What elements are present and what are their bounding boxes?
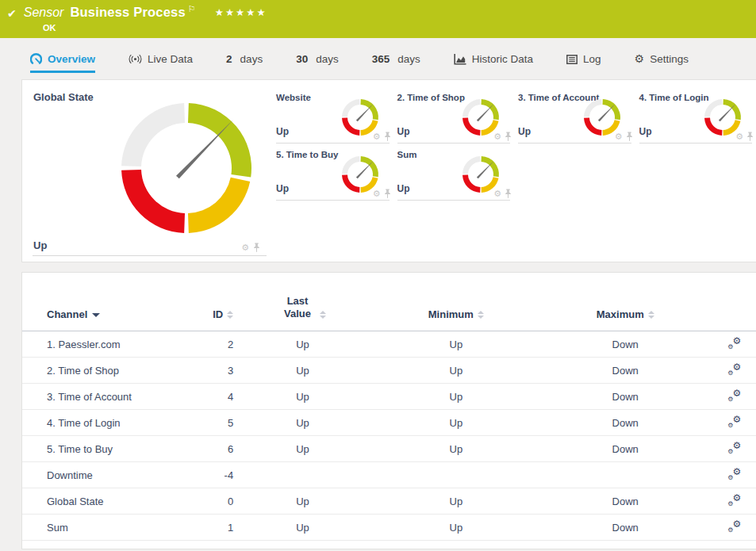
channel-maximum: Down: [542, 436, 709, 462]
sort-icon: [478, 311, 484, 319]
gauge-widget-title: Global State: [33, 91, 94, 103]
column-header-maximum[interactable]: Maximum: [542, 273, 709, 331]
gauges-panel: Global State Up ⚙ Website Up ⚙ 2. Time o…: [21, 79, 756, 262]
column-header-id[interactable]: ID: [186, 273, 235, 331]
tab-log[interactable]: Settings Log: [566, 53, 601, 73]
channel-maximum: Down: [542, 515, 709, 541]
channels-table: Channel ID Last Value Minimum Maximum 1.…: [22, 273, 756, 541]
column-label: Channel: [47, 308, 87, 320]
gear-icon[interactable]: ⚙: [241, 243, 249, 252]
column-label: Last Value: [279, 295, 316, 320]
gauge-status-value: Up: [276, 126, 289, 137]
gear-icon[interactable]: ⚙: [493, 189, 501, 198]
column-header-minimum[interactable]: Minimum: [370, 273, 542, 331]
channel-minimum: [370, 462, 542, 488]
tab-live-data[interactable]: Live Data: [129, 53, 193, 73]
channel-settings-icon[interactable]: ⚙⚙: [727, 415, 741, 428]
tab-overview[interactable]: Overview: [30, 53, 95, 73]
channel-minimum: Up: [370, 436, 542, 462]
channel-maximum: Down: [542, 331, 709, 358]
gauge-status-value: Up: [397, 126, 410, 137]
status-badge: OK: [43, 23, 756, 33]
channel-name[interactable]: Downtime: [22, 462, 186, 488]
channel-minimum: Up: [370, 331, 542, 358]
ok-check-icon: ✔: [7, 7, 17, 20]
pin-icon[interactable]: [746, 132, 754, 141]
channel-name[interactable]: 1. Paessler.com: [22, 331, 186, 358]
tab-30-days[interactable]: 30 days: [296, 53, 339, 73]
table-row[interactable]: 1. Paessler.com 2 Up Up Down ⚙⚙: [22, 331, 756, 358]
gear-icon[interactable]: ⚙: [735, 132, 743, 141]
channel-name[interactable]: Global State: [22, 488, 186, 515]
column-header-last-value[interactable]: Last Value: [235, 273, 370, 331]
channel-id: 2: [186, 331, 235, 358]
tab-strip: Overview Live Data 2 days 30 days 365 da…: [0, 38, 756, 73]
channel-minimum: Up: [370, 410, 542, 436]
tab-historic-data[interactable]: Historic Data: [454, 53, 533, 73]
global-state-gauge: [119, 101, 254, 239]
pin-icon[interactable]: [505, 132, 512, 141]
table-row[interactable]: Sum 1 Up Up Down ⚙⚙: [22, 515, 756, 541]
channel-settings-icon[interactable]: ⚙⚙: [727, 468, 741, 480]
channel-name[interactable]: 2. Time of Shop: [22, 358, 186, 384]
gear-icon[interactable]: ⚙: [615, 132, 623, 141]
flag-icon[interactable]: ⚐: [188, 4, 196, 14]
column-header-channel[interactable]: Channel: [22, 273, 186, 331]
channel-settings-icon[interactable]: ⚙⚙: [727, 520, 741, 533]
channel-last-value: Up: [235, 331, 370, 358]
gear-icon[interactable]: ⚙: [373, 132, 381, 141]
channel-settings-icon[interactable]: ⚙⚙: [727, 442, 741, 454]
tab-label: days: [397, 53, 420, 65]
table-row[interactable]: 5. Time to Buy 6 Up Up Down ⚙⚙: [22, 436, 756, 462]
gear-icon[interactable]: ⚙: [493, 132, 501, 141]
gauge-widget-5-time-to-buy: 5. Time to Buy Up ⚙: [276, 143, 390, 201]
table-row[interactable]: 4. Time of Login 5 Up Up Down ⚙⚙: [22, 410, 756, 436]
priority-stars[interactable]: ★★★★★: [215, 6, 267, 18]
tab-number: 365: [372, 53, 390, 65]
channel-name[interactable]: 4. Time of Login: [22, 410, 186, 436]
tab-2-days[interactable]: 2 days: [226, 53, 263, 73]
column-label: Maximum: [597, 308, 644, 320]
log-icon: [566, 55, 578, 64]
sensor-title: Business Process: [70, 5, 185, 20]
tab-label: Live Data: [148, 53, 193, 65]
table-row[interactable]: 2. Time of Shop 3 Up Up Down ⚙⚙: [22, 358, 756, 384]
pin-icon[interactable]: [384, 132, 391, 141]
pin-icon[interactable]: [626, 132, 633, 141]
pin-icon[interactable]: [253, 243, 260, 252]
column-label: ID: [213, 308, 223, 320]
historic-chart-icon: [454, 54, 466, 65]
channel-name[interactable]: Sum: [22, 515, 186, 541]
channel-maximum: [542, 462, 709, 488]
gauge-status-value: Up: [397, 183, 410, 194]
gear-icon[interactable]: ⚙: [373, 189, 381, 198]
column-label: Minimum: [428, 308, 474, 320]
column-header-settings: [709, 273, 756, 331]
channel-settings-icon[interactable]: ⚙⚙: [727, 363, 741, 376]
gauge-icon: [30, 53, 42, 65]
gauge-widget-3-time-of-account: 3. Time of Account Up ⚙: [518, 86, 631, 143]
table-row[interactable]: Downtime -4 ⚙⚙: [22, 462, 756, 488]
channel-minimum: Up: [370, 384, 542, 410]
tab-settings[interactable]: ⚙ Settings: [635, 52, 689, 73]
tab-label: days: [316, 53, 339, 65]
pin-icon[interactable]: [384, 189, 391, 198]
channel-name[interactable]: 3. Time of Account: [22, 384, 186, 410]
table-row[interactable]: Global State 0 Up Up Down ⚙⚙: [22, 488, 756, 515]
channel-name[interactable]: 5. Time to Buy: [22, 436, 186, 462]
channel-id: -4: [186, 462, 235, 488]
pin-icon[interactable]: [505, 189, 512, 198]
channel-last-value: Up: [235, 488, 370, 515]
gauge-widget-sum: Sum Up ⚙: [397, 143, 511, 201]
sort-desc-icon: [92, 313, 100, 317]
channel-id: 1: [186, 515, 235, 541]
channel-last-value: [235, 462, 370, 488]
channel-settings-icon[interactable]: ⚙⚙: [727, 389, 741, 402]
sort-icon: [227, 311, 233, 319]
sensor-status-bar: ✔ Sensor Business Process ⚐ ★★★★★ OK: [0, 0, 756, 38]
channel-settings-icon[interactable]: ⚙⚙: [727, 337, 741, 350]
channel-settings-icon[interactable]: ⚙⚙: [727, 494, 741, 507]
divider: [33, 255, 267, 256]
table-row[interactable]: 3. Time of Account 4 Up Up Down ⚙⚙: [22, 384, 756, 410]
tab-365-days[interactable]: 365 days: [372, 53, 420, 73]
